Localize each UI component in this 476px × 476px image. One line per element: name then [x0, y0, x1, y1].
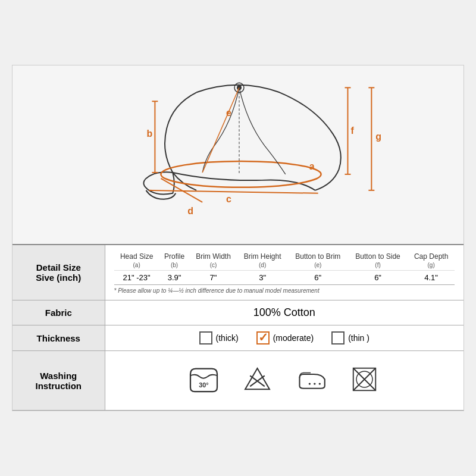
svg-point-19 [309, 383, 311, 384]
product-info-card: a b c d e f g Detail SizeSive (inch) Hea… [12, 65, 464, 411]
svg-point-20 [314, 383, 315, 384]
svg-marker-16 [245, 368, 270, 389]
detail-size-label: Detail SizeSive (inch) [12, 245, 105, 300]
col-brim-height: Brim Height(d) [237, 251, 288, 271]
col-profile: Profile(b) [159, 251, 190, 271]
hat-diagram: a b c d e f g [12, 65, 464, 244]
label-moderate: (moderate) [273, 333, 314, 343]
label-e: e [226, 108, 231, 118]
thickness-label: Thickness [12, 325, 105, 351]
col-button-side: Button to Side(f) [348, 251, 408, 271]
wash-30-icon: 30° [187, 366, 220, 395]
svg-text:30°: 30° [199, 381, 209, 389]
checkbox-moderate [256, 331, 270, 345]
val-brim-height: 3" [237, 271, 288, 285]
washing-row: WashingInstruction 30° [12, 351, 464, 411]
val-brim-width: 7" [189, 271, 237, 285]
label-b: b [146, 129, 152, 139]
option-thin: (thin ) [331, 331, 369, 345]
iron-icon [295, 366, 327, 395]
detail-size-content: Head Size(a) Profile(b) Brim Width(c) Br… [105, 245, 464, 300]
val-cap-depth: 4.1" [408, 271, 455, 285]
label-d: d [187, 206, 193, 216]
val-button-side: 6" [348, 271, 408, 285]
hat-svg: a b c d e f g [30, 74, 446, 235]
fabric-content: 100% Cotton [105, 300, 464, 325]
label-a: a [309, 161, 315, 171]
washing-label: WashingInstruction [12, 351, 105, 411]
svg-line-12 [202, 87, 239, 173]
fabric-row: Fabric 100% Cotton [12, 300, 464, 325]
val-head-size: 21" -23" [114, 271, 159, 285]
label-c: c [226, 194, 231, 204]
no-tumble-icon [348, 366, 381, 395]
checkbox-thin [331, 331, 345, 345]
svg-line-13 [149, 190, 318, 193]
col-brim-width: Brim Width(c) [189, 251, 237, 271]
washing-content: 30° [105, 351, 464, 411]
col-head-size: Head Size(a) [114, 251, 159, 271]
label-f: f [350, 126, 354, 136]
size-header-row: Head Size(a) Profile(b) Brim Width(c) Br… [114, 251, 455, 271]
val-button-brim: 6" [288, 271, 348, 285]
col-cap-depth: Cap Depth(g) [408, 251, 455, 271]
size-value-row: 21" -23" 3.9" 7" 3" 6" 6" 4.1" [114, 271, 455, 285]
val-profile: 3.9" [159, 271, 190, 285]
thickness-content: (thick) (moderate) (thin ) [105, 325, 464, 351]
option-moderate: (moderate) [256, 331, 314, 345]
col-button-brim: Button to Brim(e) [288, 251, 348, 271]
label-thin: (thin ) [348, 333, 369, 343]
thickness-row: Thickness (thick) (moderate) (thin ) [12, 325, 464, 351]
washing-icons: 30° [114, 357, 455, 404]
detail-size-row: Detail SizeSive (inch) Head Size(a) Prof… [12, 245, 464, 300]
size-note: * Please allow up to ¼—½ inch difference… [114, 287, 455, 294]
no-bleach-icon [241, 366, 274, 395]
label-g: g [375, 131, 381, 142]
thickness-options: (thick) (moderate) (thin ) [114, 331, 455, 345]
checkbox-thick [199, 331, 212, 345]
fabric-label: Fabric [12, 300, 105, 325]
label-thick: (thick) [216, 333, 239, 343]
option-thick: (thick) [199, 331, 239, 345]
size-sub-table: Head Size(a) Profile(b) Brim Width(c) Br… [114, 251, 455, 285]
svg-point-21 [319, 383, 321, 384]
info-table: Detail SizeSive (inch) Head Size(a) Prof… [12, 244, 464, 411]
